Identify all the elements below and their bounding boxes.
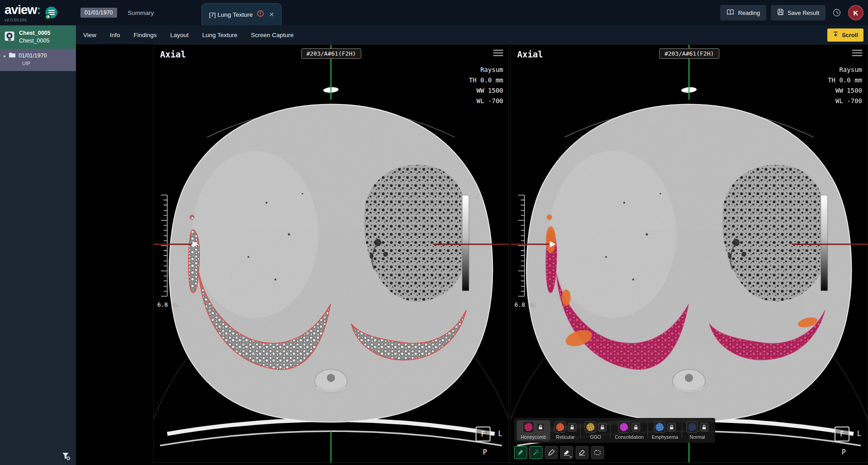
menu-screen-capture[interactable]: Screen Capture bbox=[251, 32, 294, 38]
viewport-axial-outline[interactable]: 6.8 cm Axial #203/A#61(F2H) Raysum TH 0.… bbox=[153, 44, 509, 463]
segmentation-toolbar bbox=[514, 446, 604, 459]
close-icon[interactable]: ✕ bbox=[269, 11, 274, 18]
legend-class-normal[interactable]: Normal bbox=[682, 420, 712, 441]
lasso-tool-button[interactable] bbox=[591, 446, 604, 459]
legend-class-ggo[interactable]: GGO bbox=[580, 420, 611, 441]
menu-bar: View Info Findings Layout Lung Texture S… bbox=[76, 25, 868, 44]
logo-text: aview: bbox=[5, 4, 41, 16]
study-label: UIP bbox=[22, 61, 72, 66]
avatar[interactable]: K bbox=[848, 5, 863, 20]
reading-button[interactable]: Reading bbox=[720, 5, 766, 20]
warning-icon bbox=[257, 10, 264, 19]
legend-class-emphysema[interactable]: Emphysema bbox=[648, 420, 682, 441]
sidebar-patient-item[interactable]: Chest_0005 Chest_0005 bbox=[0, 25, 76, 49]
legend-class-honeycomb[interactable]: Honeycomb bbox=[517, 420, 550, 441]
legend-class-consolidation[interactable]: Consolidation bbox=[611, 420, 648, 441]
reticular-swatch-icon[interactable] bbox=[554, 421, 566, 433]
viewport-orientation-label: Axial bbox=[517, 49, 543, 59]
orientation-marker-posterior: P bbox=[842, 448, 846, 456]
folder-icon bbox=[9, 52, 16, 59]
grayscale-bar[interactable] bbox=[462, 195, 469, 291]
pencil-tool-button[interactable] bbox=[545, 446, 558, 459]
chevron-icon[interactable]: ▸ bbox=[4, 53, 6, 58]
history-clock-icon[interactable] bbox=[830, 6, 844, 19]
lock-icon[interactable] bbox=[667, 423, 676, 432]
lock-icon[interactable] bbox=[568, 423, 576, 432]
viewport-overlay-info: Raysum TH 0.0 mm WW 1500 WL -700 bbox=[828, 65, 862, 106]
save-icon bbox=[777, 9, 784, 17]
viewport-orientation-label: Axial bbox=[160, 49, 186, 59]
legend-class-reticular[interactable]: Reticular bbox=[550, 420, 580, 441]
ruler-label: 6.8 cm bbox=[157, 301, 179, 308]
lock-icon[interactable] bbox=[598, 423, 607, 432]
viewport-menu-icon[interactable] bbox=[493, 50, 503, 56]
menu-findings[interactable]: Findings bbox=[134, 32, 157, 38]
texture-class-legend: Honeycomb Reticular GGO bbox=[514, 418, 715, 443]
scanner-icon bbox=[4, 31, 15, 43]
viewport-axial-segmentation[interactable]: 6.8 cm Axial #203/A#61(F2H) Raysum TH 0.… bbox=[510, 44, 868, 463]
viewport-menu-icon[interactable] bbox=[852, 50, 862, 56]
ct-canvas[interactable]: 6.8 cm bbox=[154, 45, 509, 462]
viewport-overlay-info: Raysum TH 0.0 mm WW 1500 WL -700 bbox=[469, 65, 503, 106]
slice-number-badge: #203/A#61(F2H) bbox=[301, 48, 362, 59]
orientation-marker-front: F bbox=[476, 427, 491, 441]
orientation-marker-posterior: P bbox=[483, 448, 487, 456]
consolidation-swatch-icon[interactable] bbox=[618, 421, 630, 433]
orientation-marker-front: F bbox=[835, 427, 849, 441]
menu-view[interactable]: View bbox=[83, 32, 96, 38]
patient-id: Chest_0005 bbox=[19, 29, 51, 37]
emphysema-swatch-icon[interactable] bbox=[654, 421, 665, 433]
ct-canvas[interactable]: 6.8 cm bbox=[511, 45, 868, 462]
tab-lung-texture[interactable]: [7] Lung Texture ✕ bbox=[202, 3, 281, 25]
orientation-marker-left: L bbox=[498, 430, 502, 438]
orientation-marker-left: L bbox=[857, 430, 861, 438]
save-result-button[interactable]: Save Result bbox=[771, 5, 826, 20]
study-date: 01/01/1970 bbox=[19, 52, 47, 59]
top-bar: aview: v2.0.50.101 01/01/1970 Summary [7… bbox=[0, 0, 868, 25]
scroll-button[interactable]: Scroll bbox=[827, 28, 863, 42]
scroll-down-icon bbox=[833, 31, 839, 38]
filter-icon[interactable] bbox=[61, 451, 71, 461]
lock-icon[interactable] bbox=[700, 423, 708, 432]
menu-lung-texture[interactable]: Lung Texture bbox=[202, 32, 237, 38]
tab-summary[interactable]: Summary bbox=[128, 9, 154, 16]
ggo-swatch-icon[interactable] bbox=[585, 421, 596, 433]
viewer-area: 6.8 cm Axial #203/A#61(F2H) Raysum TH 0.… bbox=[76, 44, 868, 465]
app-logo: aview: v2.0.50.101 bbox=[5, 4, 77, 22]
book-icon bbox=[726, 9, 734, 17]
ruler-label: 6.8 cm bbox=[514, 301, 536, 308]
patient-name: Chest_0005 bbox=[19, 37, 51, 45]
sidebar: Chest_0005 Chest_0005 ▸ 01/01/1970 UIP bbox=[0, 25, 76, 465]
sidebar-study-item[interactable]: ▸ 01/01/1970 UIP bbox=[0, 49, 76, 71]
lock-icon[interactable] bbox=[632, 423, 640, 432]
menu-layout[interactable]: Layout bbox=[170, 32, 189, 38]
menu-info[interactable]: Info bbox=[110, 32, 120, 38]
eraser-tool-button[interactable] bbox=[560, 446, 573, 459]
eraser-outline-tool-button[interactable] bbox=[576, 446, 589, 459]
app-version: v2.0.50.101 bbox=[5, 18, 41, 22]
slice-number-badge: #203/A#61(F2H) bbox=[659, 48, 720, 59]
smart-brush-tool-button[interactable] bbox=[529, 446, 542, 459]
brush-tool-button[interactable] bbox=[514, 446, 527, 459]
lock-icon[interactable] bbox=[536, 423, 545, 432]
date-chip[interactable]: 01/01/1970 bbox=[80, 8, 117, 18]
worklist-icon[interactable] bbox=[44, 6, 58, 20]
honeycomb-swatch-icon[interactable] bbox=[523, 421, 534, 433]
grayscale-bar[interactable] bbox=[821, 195, 828, 291]
normal-swatch-icon[interactable] bbox=[686, 421, 698, 433]
